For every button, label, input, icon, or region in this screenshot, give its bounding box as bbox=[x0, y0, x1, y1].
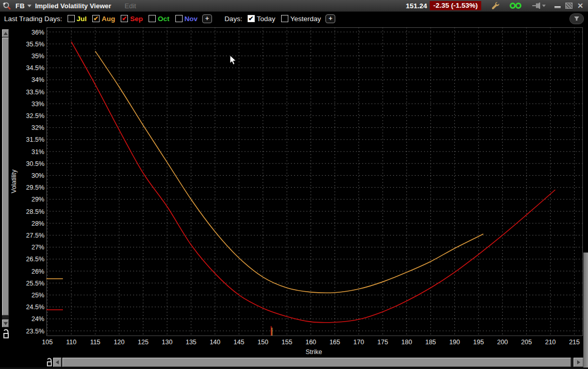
y-tick-label: 23.5% bbox=[26, 328, 44, 335]
month-label-jul: Jul bbox=[77, 15, 87, 23]
x-tick-label: 135 bbox=[186, 339, 197, 346]
month-checkbox-sep[interactable]: ✔ bbox=[121, 15, 128, 22]
horizontal-scrollbar[interactable] bbox=[53, 358, 584, 367]
pin-icon[interactable] bbox=[532, 2, 546, 9]
symbol-label[interactable]: FB bbox=[15, 2, 25, 10]
y-tick-label: 28% bbox=[31, 220, 44, 227]
x-tick-label: 150 bbox=[257, 339, 268, 346]
expiration-toolbar: Last Trading Days: Jul✔Aug✔SepOctNov + D… bbox=[0, 12, 588, 25]
mouse-cursor bbox=[230, 55, 237, 65]
y-tick-label: 31.5% bbox=[26, 136, 44, 143]
x-tick-label: 110 bbox=[66, 339, 76, 346]
left-arrow-icon bbox=[56, 360, 59, 364]
last-price: 151.24 bbox=[406, 2, 427, 10]
month-label-sep: Sep bbox=[130, 15, 143, 23]
day-checkbox-today[interactable]: ✔ bbox=[248, 15, 255, 22]
day-checkbox-group: ✔TodayYesterday bbox=[248, 15, 321, 23]
horizontal-scrollbar-thumb[interactable] bbox=[62, 358, 571, 367]
y-tick-label: 36% bbox=[31, 29, 44, 36]
y-tick-label: 30% bbox=[31, 172, 44, 179]
y-tick-label: 26.5% bbox=[26, 256, 44, 263]
day-label-today: Today bbox=[257, 15, 275, 23]
y-tick-label: 34% bbox=[31, 76, 44, 83]
y-tick-label: 25% bbox=[31, 292, 44, 299]
y-tick-label: 27% bbox=[31, 244, 44, 251]
month-toggle-nov[interactable]: Nov bbox=[175, 15, 198, 23]
filter-button[interactable] bbox=[569, 13, 584, 24]
month-toggle-jul[interactable]: Jul bbox=[68, 15, 87, 23]
x-tick-label: 170 bbox=[353, 339, 364, 346]
x-tick-label: 120 bbox=[114, 339, 125, 346]
window-title: Implied Volatility Viewer bbox=[35, 2, 111, 10]
symbol-dropdown-icon[interactable] bbox=[27, 5, 31, 9]
link-sharing-icon[interactable] bbox=[509, 2, 522, 9]
month-label-oct: Oct bbox=[158, 15, 170, 23]
day-label-yesterday: Yesterday bbox=[290, 15, 321, 23]
app-icon bbox=[3, 2, 11, 10]
title-bar: FB Implied Volatility Viewer Edit 151.24… bbox=[0, 0, 588, 12]
vertical-scrollbar[interactable] bbox=[2, 29, 9, 327]
month-checkbox-nov[interactable] bbox=[175, 15, 183, 22]
month-checkbox-aug[interactable]: ✔ bbox=[92, 15, 100, 22]
month-label-aug: Aug bbox=[102, 15, 115, 23]
x-tick-label: 205 bbox=[521, 339, 532, 346]
scroll-left-button[interactable] bbox=[53, 358, 61, 367]
x-tick-label: 190 bbox=[449, 339, 460, 346]
x-tick-label: 210 bbox=[545, 339, 556, 346]
down-arrow-icon bbox=[4, 322, 8, 325]
y-tick-label: 32% bbox=[31, 124, 44, 131]
scroll-up-button[interactable] bbox=[2, 29, 9, 37]
close-button[interactable]: ✕ bbox=[577, 2, 583, 9]
wrench-icon[interactable] bbox=[491, 1, 500, 10]
month-checkbox-oct[interactable] bbox=[149, 15, 156, 22]
scroll-right-button[interactable] bbox=[574, 358, 583, 367]
y-tick-label: 33.5% bbox=[26, 89, 44, 96]
y-tick-label: 30.5% bbox=[26, 160, 44, 167]
x-tick-label: 215 bbox=[569, 339, 580, 346]
series-aug-curve bbox=[95, 51, 483, 293]
day-checkbox-yesterday[interactable] bbox=[281, 15, 288, 22]
minimize-button[interactable] bbox=[554, 6, 561, 8]
x-tick-label: 155 bbox=[282, 339, 292, 346]
app-window: 23.5%24%24.5%25%25.5%26%26.5%27%27.5%28%… bbox=[0, 0, 588, 369]
right-arrow-icon bbox=[577, 360, 580, 364]
day-toggle-today[interactable]: ✔Today bbox=[248, 15, 275, 23]
vertical-scrollbar-thumb[interactable] bbox=[2, 38, 9, 315]
last-trading-days-label: Last Trading Days: bbox=[4, 15, 62, 23]
y-tick-label: 28.5% bbox=[26, 208, 44, 215]
x-tick-label: 175 bbox=[378, 339, 388, 346]
x-tick-label: 200 bbox=[497, 339, 508, 346]
y-tick-label: 24% bbox=[31, 315, 44, 323]
y-tick-label: 24.5% bbox=[26, 304, 44, 311]
day-toggle-yesterday[interactable]: Yesterday bbox=[281, 15, 321, 23]
scroll-down-button[interactable] bbox=[2, 320, 9, 327]
x-tick-label: 180 bbox=[401, 339, 412, 346]
x-tick-label: 185 bbox=[425, 339, 436, 346]
horizontal-axis-lock-icon[interactable] bbox=[45, 358, 53, 367]
y-tick-label: 27.5% bbox=[26, 232, 44, 239]
month-toggle-sep[interactable]: ✔Sep bbox=[121, 15, 143, 23]
y-tick-label: 26% bbox=[31, 268, 44, 275]
x-tick-label: 165 bbox=[330, 339, 340, 346]
x-tick-label: 195 bbox=[473, 339, 484, 346]
add-expiration-button[interactable]: + bbox=[202, 14, 212, 23]
y-tick-label: 29.5% bbox=[26, 184, 44, 191]
vertical-axis-lock-icon[interactable] bbox=[2, 329, 10, 340]
y-tick-label: 32.5% bbox=[26, 112, 44, 120]
x-axis-title: Strike bbox=[306, 348, 322, 356]
x-tick-label: 145 bbox=[234, 339, 244, 346]
background-window-edge bbox=[583, 253, 588, 367]
month-checkbox-group: Jul✔Aug✔SepOctNov bbox=[68, 15, 198, 23]
add-day-button[interactable]: + bbox=[325, 14, 335, 23]
y-tick-label: 33% bbox=[31, 100, 44, 108]
month-checkbox-jul[interactable] bbox=[68, 15, 75, 22]
maximize-button[interactable] bbox=[565, 3, 573, 9]
month-toggle-aug[interactable]: ✔Aug bbox=[92, 15, 115, 23]
series-sep-curve bbox=[71, 42, 555, 323]
month-toggle-oct[interactable]: Oct bbox=[149, 15, 170, 23]
x-tick-label: 140 bbox=[209, 339, 220, 346]
month-label-nov: Nov bbox=[185, 15, 198, 23]
x-tick-label: 105 bbox=[42, 339, 53, 346]
edit-menu[interactable]: Edit bbox=[125, 2, 136, 10]
y-tick-label: 29% bbox=[31, 196, 44, 203]
